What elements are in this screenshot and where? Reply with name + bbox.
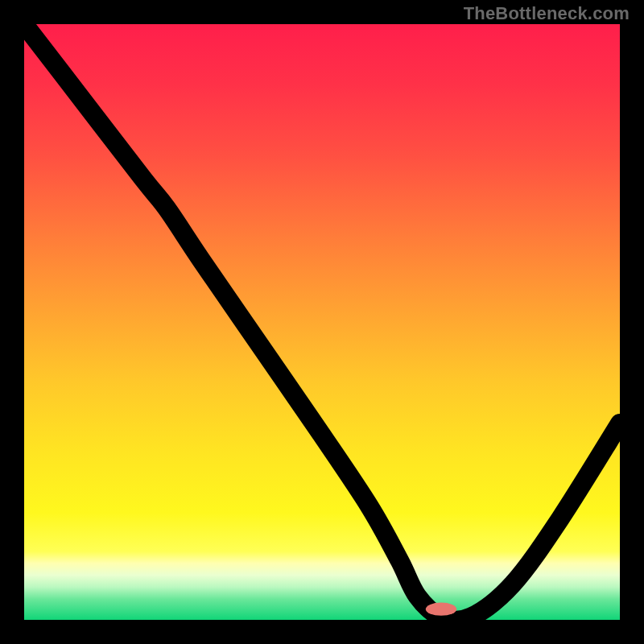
chart-frame: TheBottleneck.com <box>0 0 644 644</box>
optimal-marker <box>426 603 456 616</box>
watermark-text: TheBottleneck.com <box>464 3 630 24</box>
gradient-background <box>24 24 620 620</box>
chart-canvas <box>24 24 620 620</box>
